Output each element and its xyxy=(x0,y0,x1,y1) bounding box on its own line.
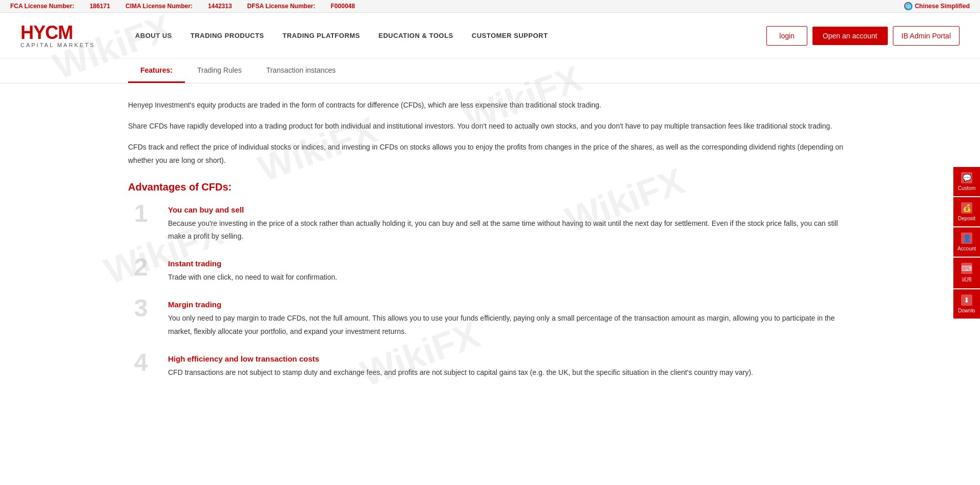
advantage-title-4: High efficiency and low transaction cost… xyxy=(168,354,753,363)
account-icon: 👤 xyxy=(961,233,972,244)
account-label: Account xyxy=(957,246,976,251)
advantage-desc-1: Because you're investing in the price of… xyxy=(168,217,852,243)
sidebar-custom-btn[interactable]: 💬 Custom xyxy=(953,167,980,196)
sidebar-account-btn[interactable]: 👤 Account xyxy=(953,227,980,257)
tab-transaction-instances[interactable]: Transaction instances xyxy=(254,59,348,83)
trial-icon: ⌨ xyxy=(961,263,972,274)
cima-label: CIMA License Number: xyxy=(126,3,193,10)
advantage-title-2: Instant trading xyxy=(168,259,337,268)
download-label: Downlo xyxy=(958,308,975,313)
open-account-button[interactable]: Open an account xyxy=(812,27,888,45)
deposit-label: Deposit xyxy=(958,216,975,221)
download-icon: ⬇ xyxy=(961,294,972,306)
logo-subtitle: Capital Markets xyxy=(20,42,95,48)
deposit-icon: 💰 xyxy=(961,202,972,214)
nav-customer-support[interactable]: CUSTOMER SUPPORT xyxy=(463,27,557,45)
nav-trading-products[interactable]: TRADING PRODUCTS xyxy=(181,27,274,45)
nav-education-tools[interactable]: EDUCATION & TOOLS xyxy=(369,27,463,45)
globe-icon: 🌐 xyxy=(904,2,912,10)
advantage-title-1: You can buy and sell xyxy=(168,205,852,214)
header-buttons: login Open an account IB Admin Portal xyxy=(766,26,960,46)
fca-number: 186171 xyxy=(90,3,110,10)
top-bar: FCA License Number: 186171 CIMA License … xyxy=(0,0,980,13)
nav-trading-platforms[interactable]: TRADING PLATFORMS xyxy=(274,27,369,45)
advantage-number-3: 3 xyxy=(128,296,154,321)
intro-paragraph-3: CFDs track and reflect the price of indi… xyxy=(128,141,852,166)
sidebar-trial-btn[interactable]: ⌨ 试用 xyxy=(953,258,980,288)
dfsa-label: DFSA License Number: xyxy=(247,3,316,10)
advantage-desc-3: You only need to pay margin to trade CFD… xyxy=(168,312,852,338)
dfsa-number: F000048 xyxy=(331,3,355,10)
advantage-content-2: Instant trading Trade with one click, no… xyxy=(168,259,337,284)
custom-label: Custom xyxy=(958,185,975,191)
language-selector[interactable]: 🌐 Chinese Simplified xyxy=(904,2,970,10)
logo-hycm: HYCM xyxy=(20,24,73,42)
advantage-content-1: You can buy and sell Because you're inve… xyxy=(168,205,852,243)
sidebar-right: 💬 Custom 💰 Deposit 👤 Account ⌨ 试用 ⬇ Down… xyxy=(953,167,980,319)
advantage-number-4: 4 xyxy=(128,350,154,375)
sidebar-deposit-btn[interactable]: 💰 Deposit xyxy=(953,197,980,226)
tab-features[interactable]: Features: xyxy=(128,59,185,83)
advantage-number-1: 1 xyxy=(128,201,154,226)
advantage-content-3: Margin trading You only need to pay marg… xyxy=(168,300,852,338)
header: HYCM Capital Markets ABOUT US TRADING PR… xyxy=(0,13,980,59)
advantage-item-3: 3 Margin trading You only need to pay ma… xyxy=(128,300,852,338)
custom-icon: 💬 xyxy=(961,172,972,183)
sidebar-download-btn[interactable]: ⬇ Downlo xyxy=(953,289,980,319)
login-button[interactable]: login xyxy=(766,26,807,46)
advantage-desc-4: CFD transactions are not subject to stam… xyxy=(168,366,753,379)
fca-label: FCA License Number: xyxy=(10,3,74,10)
tab-trading-rules[interactable]: Trading Rules xyxy=(185,59,254,83)
advantages-list: 1 You can buy and sell Because you're in… xyxy=(128,205,852,379)
advantage-item-2: 2 Instant trading Trade with one click, … xyxy=(128,259,852,284)
intro-paragraph-1: Henyep Investment's equity products are … xyxy=(128,99,852,112)
nav-about-us[interactable]: ABOUT US xyxy=(126,27,181,45)
advantage-title-3: Margin trading xyxy=(168,300,852,309)
language-label: Chinese Simplified xyxy=(915,3,970,10)
main-nav: ABOUT US TRADING PRODUCTS TRADING PLATFO… xyxy=(126,27,766,45)
advantages-title: Advantages of CFDs: xyxy=(128,181,852,193)
advantage-item-4: 4 High efficiency and low transaction co… xyxy=(128,354,852,379)
main-content: WikiFX WikiFX WikiFX WikiFX WikiFX WikiF… xyxy=(0,83,980,416)
advantage-item-1: 1 You can buy and sell Because you're in… xyxy=(128,205,852,243)
advantage-desc-2: Trade with one click, no need to wait fo… xyxy=(168,271,337,284)
tabs-container: Features: Trading Rules Transaction inst… xyxy=(0,59,980,83)
advantage-content-4: High efficiency and low transaction cost… xyxy=(168,354,753,379)
advantage-number-2: 2 xyxy=(128,255,154,280)
trial-label: 试用 xyxy=(962,276,972,283)
ib-admin-button[interactable]: IB Admin Portal xyxy=(893,26,960,46)
cima-number: 1442313 xyxy=(208,3,232,10)
logo[interactable]: HYCM Capital Markets xyxy=(20,24,95,48)
intro-paragraph-2: Share CFDs have rapidly developed into a… xyxy=(128,120,852,133)
